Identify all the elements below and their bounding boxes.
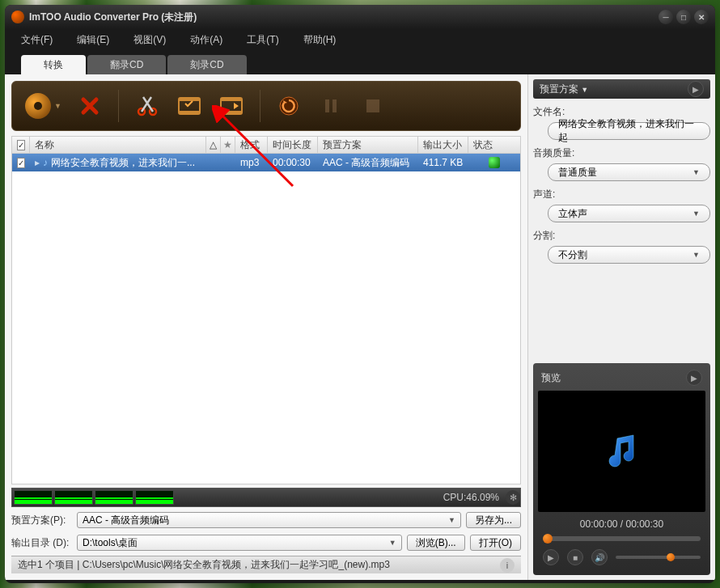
- seek-slider[interactable]: [543, 536, 701, 541]
- row-outsize: 411.7 KB: [418, 154, 468, 171]
- header-star[interactable]: ★: [221, 137, 235, 153]
- header-sort[interactable]: △: [206, 137, 221, 153]
- cpu-text: CPU:46.09%: [443, 492, 499, 503]
- header-name[interactable]: 名称: [30, 137, 206, 153]
- convert-dropdown-arrow[interactable]: ▼: [54, 102, 61, 110]
- menu-tools[interactable]: 工具(T): [247, 33, 278, 47]
- header-format[interactable]: 格式: [235, 137, 268, 153]
- list-row[interactable]: ✓ ▸ ♪ 网络安全教育视频，进来我们一... mp3 00:00:30 AAC…: [11, 154, 521, 171]
- channel-select[interactable]: 立体声▼: [548, 205, 710, 222]
- svg-rect-4: [179, 111, 200, 114]
- right-column: 预置方案 ▼ ▶ 文件名: 网络安全教育视频，进来我们一起 音频质量: 普通质量…: [527, 74, 715, 580]
- row-format: mp3: [235, 154, 268, 171]
- row-checkbox[interactable]: ✓: [17, 158, 25, 168]
- preset-label: 预置方案(P):: [11, 514, 72, 527]
- preview-panel: 预览 ▶ 00:00:00 / 00:00:30 ▶ ■ 🔊: [533, 363, 710, 575]
- row-name: 网络安全教育视频，进来我们一...: [51, 156, 195, 170]
- left-column: ▼: [5, 74, 527, 580]
- cut-button[interactable]: [133, 92, 161, 120]
- svg-rect-7: [221, 111, 242, 114]
- window-title: ImTOO Audio Converter Pro (未注册): [29, 11, 197, 24]
- delete-button[interactable]: [76, 92, 104, 120]
- svg-rect-6: [221, 98, 242, 101]
- minimize-button[interactable]: ─: [659, 10, 673, 24]
- split-label: 分割:: [533, 229, 710, 243]
- stop-button[interactable]: [359, 92, 387, 120]
- header-preset[interactable]: 预置方案: [318, 137, 418, 153]
- cpu-bar: CPU:46.09% ✻: [11, 488, 521, 507]
- outdir-select[interactable]: D:\tools\桌面▼: [77, 535, 402, 551]
- play-button[interactable]: ▶: [543, 549, 559, 565]
- split-select[interactable]: 不分割▼: [548, 246, 710, 264]
- convert-button[interactable]: [25, 93, 51, 119]
- save-as-button[interactable]: 另存为...: [466, 512, 521, 528]
- refresh-button[interactable]: [275, 92, 303, 120]
- channel-label: 声道:: [533, 188, 710, 201]
- svg-rect-3: [179, 98, 200, 101]
- row-duration: 00:00:30: [268, 154, 318, 171]
- tab-row: 转换 翻录CD 刻录CD: [5, 50, 715, 74]
- preview-canvas: [538, 391, 705, 512]
- tab-burn-cd[interactable]: 刻录CD: [167, 55, 246, 74]
- open-button[interactable]: 打开(O): [470, 535, 521, 551]
- list-empty-area[interactable]: [11, 171, 521, 484]
- header-status[interactable]: 状态: [468, 137, 520, 153]
- expand-icon[interactable]: ▸: [35, 157, 40, 168]
- close-button[interactable]: ✕: [694, 10, 709, 24]
- status-info-button[interactable]: i: [500, 558, 515, 573]
- menu-edit[interactable]: 编辑(E): [77, 33, 109, 47]
- cpu-graph: [54, 490, 93, 505]
- preview-expand-button[interactable]: ▶: [686, 370, 702, 386]
- preset-panel-header[interactable]: 预置方案 ▼ ▶: [533, 79, 710, 99]
- pause-button[interactable]: [317, 92, 345, 120]
- select-all-checkbox[interactable]: ✓: [17, 140, 25, 150]
- svg-rect-11: [366, 99, 379, 112]
- app-icon: [11, 11, 24, 23]
- split-button[interactable]: [218, 92, 245, 120]
- menubar: 文件(F) 编辑(E) 视图(V) 动作(A) 工具(T) 帮助(H): [5, 29, 715, 50]
- body-area: ▼: [5, 74, 715, 580]
- browse-button[interactable]: 浏览(B)...: [407, 535, 465, 551]
- bottom-controls: 预置方案(P): AAC - 高级音频编码▼ 另存为... 输出目录 (D): …: [11, 510, 521, 556]
- row-status-icon: [489, 157, 500, 168]
- cpu-graph: [14, 490, 53, 505]
- header-duration[interactable]: 时间长度: [268, 137, 318, 153]
- music-icon: [603, 432, 642, 471]
- statusbar: 选中1 个项目 | C:\Users\pc\Music\网络安全教育视频，进来我…: [11, 556, 521, 573]
- svg-rect-10: [332, 99, 337, 112]
- cpu-settings-button[interactable]: ✻: [506, 490, 520, 505]
- preset-select[interactable]: AAC - 高级音频编码▼: [77, 512, 461, 528]
- outdir-label: 输出目录 (D):: [11, 536, 72, 550]
- app-window: ImTOO Audio Converter Pro (未注册) ─ □ ✕ 文件…: [5, 5, 715, 583]
- main-toolbar: ▼: [11, 81, 521, 131]
- menu-action[interactable]: 动作(A): [190, 33, 222, 47]
- cpu-graph: [135, 490, 174, 505]
- row-preset: AAC - 高级音频编码: [318, 154, 418, 171]
- titlebar[interactable]: ImTOO Audio Converter Pro (未注册) ─ □ ✕: [5, 5, 715, 29]
- preview-time: 00:00:00 / 00:00:30: [538, 512, 705, 533]
- svg-rect-9: [325, 99, 329, 112]
- menu-help[interactable]: 帮助(H): [303, 33, 337, 47]
- quality-select[interactable]: 普通质量▼: [548, 163, 710, 181]
- cpu-graph: [95, 490, 133, 505]
- header-outsize[interactable]: 输出大小: [418, 137, 468, 153]
- effects-button[interactable]: [176, 92, 203, 120]
- maximize-button[interactable]: □: [676, 10, 691, 24]
- volume-slider[interactable]: [616, 556, 701, 559]
- tab-convert[interactable]: 转换: [21, 55, 86, 74]
- preview-label: 预览: [541, 371, 561, 385]
- status-text: 选中1 个项目 | C:\Users\pc\Music\网络安全教育视频，进来我…: [18, 558, 390, 572]
- tab-rip-cd[interactable]: 翻录CD: [87, 55, 166, 74]
- music-note-icon: ♪: [43, 157, 48, 168]
- volume-icon[interactable]: 🔊: [591, 549, 608, 565]
- list-header: ✓ 名称 △ ★ 格式 时间长度 预置方案 输出大小 状态: [11, 136, 521, 154]
- menu-view[interactable]: 视图(V): [133, 33, 166, 47]
- stop-preview-button[interactable]: ■: [567, 549, 583, 565]
- quality-label: 音频质量:: [533, 146, 710, 160]
- menu-file[interactable]: 文件(F): [21, 33, 53, 47]
- preset-play-icon[interactable]: ▶: [688, 81, 704, 97]
- filename-field[interactable]: 网络安全教育视频，进来我们一起: [548, 122, 710, 140]
